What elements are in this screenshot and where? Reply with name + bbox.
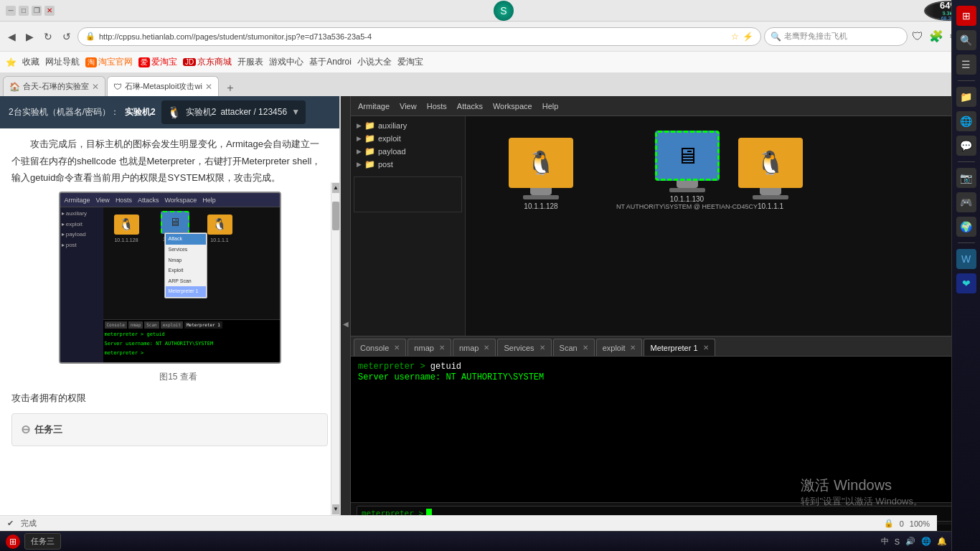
console-tab-services-close[interactable]: ✕ xyxy=(540,344,545,352)
tree-arrow-auxiliary: ▶ xyxy=(357,122,362,129)
mini-tree-payload: ▸ payload xyxy=(62,230,102,240)
tree-arrow-post: ▶ xyxy=(357,161,362,168)
console-tab-console[interactable]: Console ✕ xyxy=(354,339,406,356)
bookmark-collections[interactable]: 收藏 xyxy=(22,56,39,68)
arm-menu-hosts: Hosts xyxy=(116,194,132,206)
extension-icon[interactable]: 🧩 xyxy=(928,28,945,44)
console-tab-console-close[interactable]: ✕ xyxy=(394,344,400,352)
bookmark-nav[interactable]: 网址导航 xyxy=(45,56,80,68)
console-tab-scan-close[interactable]: ✕ xyxy=(583,344,588,352)
bookmark-kfb[interactable]: 开服表 xyxy=(237,56,263,68)
console-tab-meterpreter[interactable]: Meterpreter 1 ✕ xyxy=(644,339,715,356)
win-icon-search[interactable]: 🔍 xyxy=(956,30,976,50)
tree-input-area[interactable] xyxy=(354,176,462,212)
tab-metasploit-icon: 🛡 xyxy=(113,82,122,92)
win-icon-start[interactable]: ⊞ xyxy=(956,6,976,26)
console-tab-services[interactable]: Services ✕ xyxy=(497,339,551,356)
tree-item-payload[interactable]: ▶ 📁 payload xyxy=(354,145,462,158)
article-scrollbar[interactable]: ▲ ▼ xyxy=(331,182,339,515)
panel-collapse-btn[interactable]: ◀ xyxy=(341,96,351,551)
security-badge: 🔒 xyxy=(884,519,894,528)
sidebar-separator-2 xyxy=(958,161,975,162)
sidebar-separator-1 xyxy=(958,80,975,81)
console-tab-scan-label: Scan xyxy=(560,344,578,352)
article-footer-text: 攻击者拥有的权限 xyxy=(11,390,328,406)
lock-icon: 🔒 xyxy=(85,32,95,41)
tab-add-button[interactable]: + xyxy=(220,80,240,96)
console-tab-nmap1-close[interactable]: ✕ xyxy=(439,344,445,352)
taskbar-task-item[interactable]: 任务三 xyxy=(24,533,61,550)
bookmark-aitaobao2[interactable]: 爱淘宝 xyxy=(397,56,423,68)
bookmark-taobao[interactable]: 淘淘宝官网 xyxy=(85,56,133,68)
node-windows[interactable]: 🖥 10.1.1.130 NT AUTHORITY\SYSTEM @ HEETI… xyxy=(616,131,758,210)
activate-title: 激活 Windows xyxy=(801,476,923,495)
win-icon-explorer[interactable]: 📁 xyxy=(956,87,976,107)
win-icon-game[interactable]: 🎮 xyxy=(956,192,976,212)
linux1-stand xyxy=(530,188,552,195)
tab-metasploit-close[interactable]: ✕ xyxy=(205,82,212,92)
minimize-button[interactable]: ─ xyxy=(6,6,16,16)
taskbar-start-button[interactable]: ⊞ xyxy=(6,534,20,549)
console-tab-nmap2[interactable]: nmap ✕ xyxy=(453,339,496,356)
bookmark-aitaobao1[interactable]: 爱爱淘宝 xyxy=(138,56,177,68)
scroll-up-btn[interactable]: ▲ xyxy=(332,183,339,193)
tree-item-post[interactable]: ▶ 📁 post xyxy=(354,158,462,171)
scroll-thumb[interactable] xyxy=(332,202,339,230)
arm-hosts-menu[interactable]: Hosts xyxy=(423,100,451,112)
back-button[interactable]: ◀ xyxy=(4,29,19,44)
win-icon-taskview[interactable]: ☰ xyxy=(956,55,976,75)
browser-logo: S xyxy=(494,1,514,21)
win-icon-browser[interactable]: 🌐 xyxy=(956,111,976,131)
node-linux2[interactable]: 🐧 10.1.1.1 xyxy=(738,138,803,210)
restore-button[interactable]: ❐ xyxy=(32,6,42,16)
arm-view-menu[interactable]: View xyxy=(395,100,421,112)
tree-item-auxiliary[interactable]: ▶ 📁 auxiliary xyxy=(354,119,462,132)
refresh-button[interactable]: ↻ xyxy=(40,29,56,44)
console-line-2: Server username: NT AUTHORITY\SYSTEM xyxy=(358,372,953,382)
win-icon-camera[interactable]: 📷 xyxy=(956,168,976,188)
console-tab-scan[interactable]: Scan ✕ xyxy=(553,339,595,356)
win-icon-word[interactable]: W xyxy=(956,249,976,269)
article-para1: 攻击完成后，目标主机的图标会发生明显变化，Armitage会自动建立一个驻留在内… xyxy=(11,136,328,186)
close-button[interactable]: ✕ xyxy=(44,6,55,16)
tree-item-exploit[interactable]: ▶ 📁 exploit xyxy=(354,132,462,145)
bookmark-star-btn[interactable]: ⭐ xyxy=(6,57,17,67)
bookmark-game[interactable]: 游戏中心 xyxy=(269,56,303,68)
bookmark-novel[interactable]: 小说大全 xyxy=(357,56,392,68)
arm-armitage-menu[interactable]: Armitage xyxy=(354,100,394,112)
tab-home-close[interactable]: ✕ xyxy=(92,82,99,92)
arm-attacks-menu[interactable]: Attacks xyxy=(453,100,487,112)
linux2-base xyxy=(753,195,788,199)
antivirus-icon: S xyxy=(895,537,900,546)
console-tab-exploit-close[interactable]: ✕ xyxy=(630,344,636,352)
bookmark-star-icon: ☆ xyxy=(731,32,739,42)
win-icon-world[interactable]: 🌍 xyxy=(956,217,976,237)
arm-help-menu[interactable]: Help xyxy=(538,100,563,112)
shield-icon[interactable]: 🛡 xyxy=(910,29,925,44)
mini-console-line2: Server username: NT AUTHORITY\SYSTEM xyxy=(105,339,278,349)
tree-label-exploit: exploit xyxy=(378,134,401,143)
machine-dropdown[interactable]: 🐧 实验机2 attacker / 123456 ▼ xyxy=(161,100,306,124)
search-bar[interactable]: 🔍 老鹰野兔撞击飞机 xyxy=(764,27,908,46)
node-linux1[interactable]: 🐧 10.1.1.128 xyxy=(509,138,573,210)
win-icon-heart[interactable]: ❤ xyxy=(956,273,976,293)
console-tab-nmap2-close[interactable]: ✕ xyxy=(484,344,489,352)
console-cmd-1: getuid xyxy=(430,362,461,372)
reload-button[interactable]: ↺ xyxy=(59,29,75,44)
linux1-base xyxy=(523,195,559,199)
scroll-down-btn[interactable]: ▼ xyxy=(332,504,339,514)
win-icon-chat[interactable]: 💬 xyxy=(956,136,976,156)
console-tab-nmap1[interactable]: nmap ✕ xyxy=(407,339,451,356)
console-tab-meterpreter-close[interactable]: ✕ xyxy=(703,344,709,352)
task-collapse-button[interactable]: ⊖ xyxy=(21,420,30,439)
bookmark-android[interactable]: 基于Androi xyxy=(309,56,352,68)
tab-home[interactable]: 🏠 合天-石琳的实验室 ✕ xyxy=(3,76,105,96)
address-bar[interactable]: 🔒 http://cppsu.hetianlab.com//pages/stud… xyxy=(77,27,761,46)
maximize-button[interactable]: □ xyxy=(19,6,29,16)
bookmark-jd[interactable]: JD京东商城 xyxy=(183,56,232,68)
console-tab-exploit[interactable]: exploit ✕ xyxy=(596,339,643,356)
arm-workspace-menu[interactable]: Workspace xyxy=(489,100,537,112)
forward-button[interactable]: ▶ xyxy=(22,29,37,44)
arm-menu-help: Help xyxy=(202,194,216,206)
tab-metasploit[interactable]: 🛡 石琳-Metasploit攻击wi ✕ xyxy=(107,76,219,96)
